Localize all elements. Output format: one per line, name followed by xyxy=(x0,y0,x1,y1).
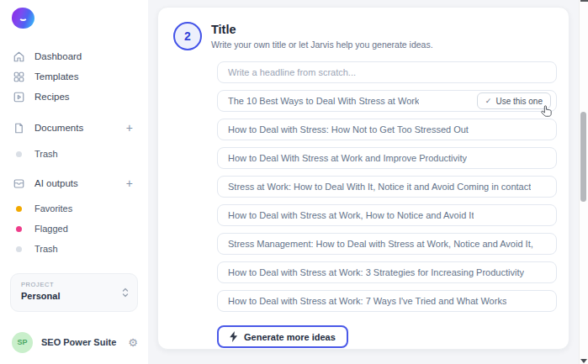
flagged-dot-icon xyxy=(16,226,22,232)
jarvis-logo-icon[interactable] xyxy=(12,8,34,29)
add-ai-output-button[interactable]: + xyxy=(126,177,133,189)
sidebar-nav: Dashboard Templates Recipes Documents xyxy=(0,46,148,259)
add-document-button[interactable]: + xyxy=(126,122,133,134)
title-suggestion-row[interactable]: How to Deal With Stress at Work and Impr… xyxy=(217,147,557,169)
avatar: SP xyxy=(12,332,33,353)
title-suggestion-row[interactable]: How to Deal with Stress at Work: 3 Strat… xyxy=(217,261,557,283)
sidebar-item-label: Recipes xyxy=(34,92,70,102)
title-suggestion-row[interactable]: How to Deal with Stress at Work, How to … xyxy=(217,204,557,226)
title-step-card: 2 Title Write your own title or let Jarv… xyxy=(157,7,569,350)
project-label: PROJECT xyxy=(21,281,127,288)
archive-box-icon xyxy=(13,177,25,190)
sub-item-label: Trash xyxy=(34,149,58,159)
home-icon xyxy=(13,50,25,63)
sub-item-label: Trash xyxy=(34,244,58,254)
sidebar-item-label: Dashboard xyxy=(34,51,82,61)
check-icon: ✓ xyxy=(485,97,492,105)
page-subtitle: Write your own title or let Jarvis help … xyxy=(211,40,548,50)
account-row[interactable]: SP SEO Power Suite ⚙ xyxy=(12,331,138,353)
scrollbar-down-arrow-icon[interactable] xyxy=(580,359,587,363)
trash-dot-icon xyxy=(16,246,22,252)
sidebar-item-label: Templates xyxy=(34,71,78,82)
document-icon xyxy=(13,122,25,135)
title-suggestion-row[interactable]: Stress Management: How to Deal with Stre… xyxy=(217,233,557,255)
generate-more-ideas-button[interactable]: Generate more ideas xyxy=(217,325,348,348)
sidebar-section-ai-outputs[interactable]: AI outputs + xyxy=(0,173,148,193)
favorites-dot-icon xyxy=(16,206,22,212)
scrollbar-track[interactable] xyxy=(579,0,588,364)
scrollbar-thumb[interactable] xyxy=(580,112,586,202)
sidebar: Dashboard Templates Recipes Documents xyxy=(0,0,148,364)
gear-icon[interactable]: ⚙ xyxy=(128,337,138,348)
sub-item-label: Favorites xyxy=(34,203,72,214)
title-suggestion-row[interactable]: Stress at Work: How to Deal With It, Not… xyxy=(217,176,557,198)
chevron-up-down-icon xyxy=(122,287,129,302)
sidebar-item-flagged[interactable]: Flagged xyxy=(0,219,148,239)
sidebar-item-recipes[interactable]: Recipes xyxy=(0,87,148,107)
step-number-badge: 2 xyxy=(173,22,202,50)
scrollbar-top-cap xyxy=(580,0,588,2)
project-value: Personal xyxy=(21,291,127,301)
title-suggestions-list: The 10 Best Ways to Deal With Stress at … xyxy=(217,61,557,348)
sidebar-item-dashboard[interactable]: Dashboard xyxy=(0,46,148,66)
sidebar-item-favorites[interactable]: Favorites xyxy=(0,198,148,219)
section-label: AI outputs xyxy=(34,178,78,188)
page-title: Title xyxy=(211,23,548,36)
sidebar-section-documents[interactable]: Documents + xyxy=(0,118,148,138)
sidebar-item-ai-trash[interactable]: Trash xyxy=(0,239,148,259)
headline-input[interactable] xyxy=(217,61,557,83)
account-name: SEO Power Suite xyxy=(41,337,116,347)
app: Dashboard Templates Recipes Documents xyxy=(0,0,588,364)
step-header: Title Write your own title or let Jarvis… xyxy=(211,23,548,50)
logo-mouth xyxy=(19,15,28,21)
sidebar-item-templates[interactable]: Templates xyxy=(0,66,148,87)
sub-item-label: Flagged xyxy=(34,224,68,234)
sidebar-item-documents-trash[interactable]: Trash xyxy=(0,144,148,164)
generate-button-label: Generate more ideas xyxy=(244,332,336,342)
title-suggestion-row[interactable]: How to Deal with Stress at Work: 7 Ways … xyxy=(217,290,557,312)
grid-icon xyxy=(13,71,25,83)
use-this-one-button[interactable]: ✓ Use this one xyxy=(477,92,551,109)
trash-dot-icon xyxy=(16,151,22,157)
title-suggestion-row[interactable]: The 10 Best Ways to Deal With Stress at … xyxy=(217,90,557,112)
use-button-label: Use this one xyxy=(495,97,543,106)
play-square-icon xyxy=(13,91,25,103)
project-selector[interactable]: PROJECT Personal xyxy=(10,273,138,312)
lightning-bolt-icon xyxy=(230,331,238,342)
section-label: Documents xyxy=(34,123,83,133)
title-suggestion-row[interactable]: How to Deal with Stress: How Not to Get … xyxy=(217,119,557,140)
